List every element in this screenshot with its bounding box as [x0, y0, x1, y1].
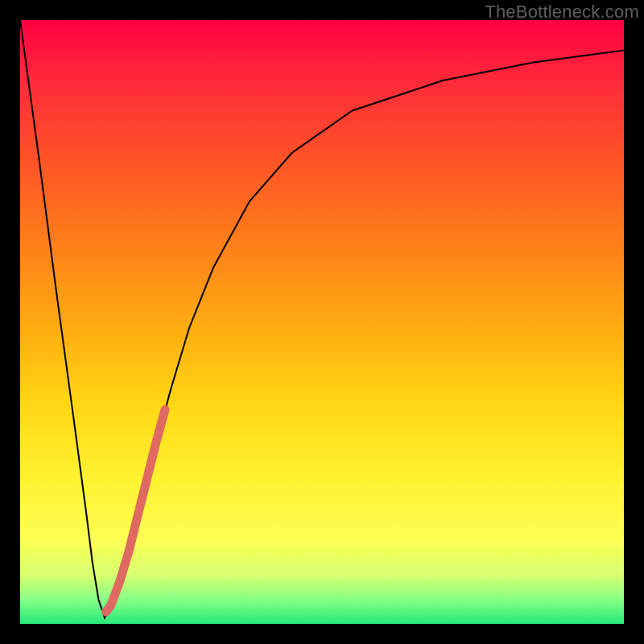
- bottleneck-curve: [20, 20, 624, 618]
- plot-area: [20, 20, 624, 624]
- chart-svg: [20, 20, 624, 624]
- highlight-segment: [106, 410, 166, 612]
- chart-frame: TheBottleneck.com: [0, 0, 644, 644]
